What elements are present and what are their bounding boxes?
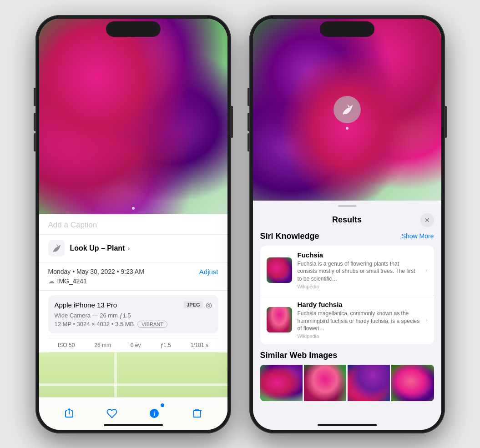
- hardy-desc: Fuchsia magellanica, commonly known as t…: [298, 310, 420, 332]
- mp-info: 12 MP • 3024 × 4032 • 3.5 MB: [55, 321, 134, 327]
- close-button[interactable]: ✕: [420, 213, 434, 227]
- hardy-text: Hardy fuchsia Fuchsia magellanica, commo…: [298, 301, 420, 339]
- sheet-title: Results: [274, 215, 420, 225]
- photo-right[interactable]: [253, 19, 441, 201]
- exif-aperture: ƒ1.5: [160, 342, 171, 348]
- exif-ev: 0 ev: [131, 342, 141, 348]
- left-screen: Add a Caption Look Up – Plant ›: [39, 19, 227, 430]
- camera-name: Apple iPhone 13 Pro: [55, 301, 117, 309]
- siri-visual-lookup-button[interactable]: [333, 96, 361, 123]
- info-badge: [160, 403, 165, 408]
- siri-knowledge-title: Siri Knowledge: [260, 232, 319, 241]
- left-phone: Add a Caption Look Up – Plant ›: [35, 15, 231, 433]
- hardy-source: Wikipedia: [298, 333, 420, 339]
- fuchsia-source: Wikipedia: [298, 284, 420, 289]
- info-icon: i: [149, 408, 160, 419]
- siri-knowledge-section: Siri Knowledge Show More Fuchsia: [253, 232, 441, 351]
- fuchsia-text: Fuchsia Fuchsia is a genus of flowering …: [298, 251, 420, 289]
- leaf-icon: [51, 243, 61, 253]
- dynamic-island-right: [320, 21, 374, 37]
- fuchsia-chevron: ›: [425, 267, 428, 274]
- right-screen: Results ✕ Siri Knowledge Show More: [253, 19, 441, 430]
- lookup-row[interactable]: Look Up – Plant ›: [39, 235, 227, 262]
- exif-focal: 26 mm: [94, 342, 111, 348]
- hardy-chevron: ›: [425, 316, 428, 323]
- vibrant-badge: VIBRANT: [137, 321, 167, 328]
- hardy-thumbnail: [267, 307, 292, 332]
- page-dot-left: [132, 207, 135, 210]
- lens-info: Wide Camera — 26 mm ƒ1.5: [55, 312, 212, 319]
- location-icon: ◎: [206, 301, 212, 309]
- cloud-icon: ☁: [48, 277, 55, 285]
- similar-title: Similar Web Images: [260, 351, 434, 360]
- knowledge-item-fuchsia[interactable]: Fuchsia Fuchsia is a genus of flowering …: [260, 246, 434, 295]
- meta-section: Monday • May 30, 2022 • 9:23 AM Adjust ☁…: [39, 262, 227, 291]
- favorite-button[interactable]: [102, 403, 122, 423]
- similar-image-2[interactable]: [304, 365, 346, 401]
- results-sheet[interactable]: Results ✕ Siri Knowledge Show More: [253, 201, 441, 430]
- siri-leaf-icon: [340, 103, 354, 116]
- jpeg-badge: JPEG: [184, 301, 202, 308]
- share-icon: [64, 408, 75, 419]
- close-icon: ✕: [424, 216, 430, 224]
- lookup-chevron: ›: [128, 245, 130, 252]
- home-indicator-left: [104, 424, 163, 426]
- fuchsia-desc: Fuchsia is a genus of flowering plants t…: [298, 260, 420, 283]
- sheet-header: Results ✕: [253, 207, 441, 232]
- home-indicator-right: [318, 424, 377, 426]
- photo-left[interactable]: [39, 19, 227, 214]
- exif-shutter: 1/181 s: [191, 342, 208, 348]
- fuchsia-thumbnail: [267, 257, 292, 283]
- knowledge-item-hardy[interactable]: Hardy fuchsia Fuchsia magellanica, commo…: [260, 295, 434, 344]
- svg-text:i: i: [153, 410, 155, 417]
- siri-dot: [346, 127, 349, 130]
- knowledge-card: Fuchsia Fuchsia is a genus of flowering …: [260, 246, 434, 345]
- fuchsia-name: Fuchsia: [298, 251, 420, 259]
- similar-image-4[interactable]: [391, 365, 434, 401]
- similar-section: Similar Web Images: [253, 351, 441, 407]
- camera-info-card: Apple iPhone 13 Pro JPEG ◎ Wide Camera —…: [48, 295, 218, 333]
- delete-button[interactable]: [187, 403, 207, 423]
- heart-icon: [106, 408, 117, 419]
- exif-row: ISO 50 26 mm 0 ev ƒ1.5 1/181 s: [48, 338, 218, 352]
- similar-image-1[interactable]: [260, 365, 303, 401]
- similar-images-row: [260, 365, 434, 401]
- dynamic-island-left: [106, 21, 161, 37]
- similar-image-3[interactable]: [348, 365, 390, 401]
- share-button[interactable]: [59, 403, 79, 423]
- exif-iso: ISO 50: [58, 342, 75, 348]
- filename: IMG_4241: [57, 277, 87, 285]
- meta-date: Monday • May 30, 2022 • 9:23 AM: [48, 268, 144, 275]
- flower-image-left: [39, 19, 227, 214]
- adjust-button[interactable]: Adjust: [199, 268, 218, 276]
- lookup-icon-bg: [48, 240, 65, 257]
- hardy-name: Hardy fuchsia: [298, 301, 420, 308]
- info-button[interactable]: i: [144, 403, 164, 423]
- delete-icon: [192, 408, 202, 419]
- right-phone: Results ✕ Siri Knowledge Show More: [249, 15, 445, 433]
- show-more-button[interactable]: Show More: [402, 232, 434, 240]
- caption-placeholder[interactable]: Add a Caption: [48, 221, 97, 229]
- lookup-label: Look Up – Plant ›: [70, 244, 130, 252]
- caption-area[interactable]: Add a Caption: [39, 214, 227, 235]
